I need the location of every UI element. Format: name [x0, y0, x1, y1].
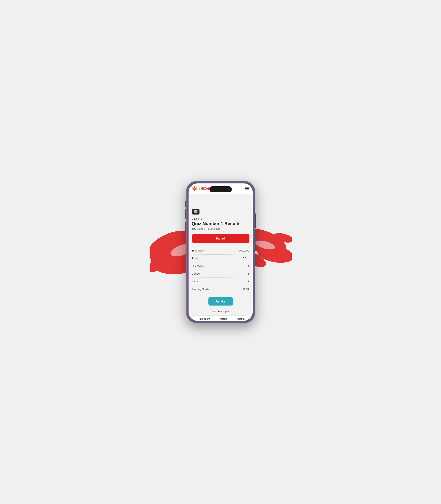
dynamic-island [209, 186, 232, 192]
col-results: Results [231, 315, 249, 320]
hamburger-bar [245, 188, 250, 189]
bar [194, 210, 197, 211]
hamburger-bar [245, 189, 250, 190]
chapter-label: Chapter 1 [192, 217, 250, 220]
phone-frame: 🍁 citizentest [186, 181, 255, 323]
stat-row-questions: Questions 14 [192, 262, 250, 270]
stat-row-wrong: Wrong 8 [192, 278, 250, 286]
col-time-spent: Time spent [192, 315, 216, 320]
scene: 🍁 citizentest [160, 173, 282, 331]
stat-row-point: Point 6 / 14 [192, 254, 250, 262]
maple-leaf-icon: 🍁 [192, 186, 197, 191]
stat-label-correct: Correct [192, 272, 201, 275]
mute-button [185, 201, 186, 207]
stat-value-point: 6 / 14 [243, 257, 250, 260]
stat-label-passing: Passing Grade [192, 288, 209, 291]
stat-value-wrong: 8 [248, 280, 249, 283]
stat-value-time: 00:01:00 [239, 249, 250, 252]
status-badge: Failed [192, 234, 250, 243]
attempts-header-row: Time spent Marks Results [192, 315, 249, 320]
quiz-subtitle: The Oath & Introduction [192, 227, 250, 230]
header-menu-button[interactable] [245, 187, 250, 190]
attempts-table: Time spent Marks Results 00:01:00 6 / 14… [192, 315, 250, 321]
stat-value-correct: 6 [248, 272, 249, 275]
col-marks: Marks [216, 315, 231, 320]
stats-table: Time Spent 00:01:00 Point 6 / 14 Questio… [192, 247, 250, 293]
stat-row-passing: Passing Grade 100% [192, 286, 250, 293]
stat-row-correct: Correct 6 [192, 270, 250, 278]
last-attempts-title: Last Attempts [192, 310, 250, 313]
power-button [255, 214, 256, 228]
main-content: Chapter 1 Quiz Number 1 Results The Oath… [189, 206, 253, 321]
quiz-title: Quiz Number 1 Results [192, 221, 250, 226]
volume-up-button [185, 209, 186, 218]
volume-down-button [185, 222, 186, 231]
hamburger-bar [245, 187, 250, 187]
phone-screen: 🍁 citizentest [189, 184, 253, 321]
stat-value-passing: 100% [242, 288, 249, 291]
stat-label-time: Time Spent [192, 249, 205, 252]
screen-content: Chapter 1 Quiz Number 1 Results The Oath… [189, 206, 253, 321]
stat-label-point: Point [192, 257, 198, 260]
menu-button[interactable] [192, 209, 200, 215]
stat-label-wrong: Wrong [192, 280, 200, 283]
bar [194, 213, 197, 213]
stat-value-questions: 14 [246, 265, 249, 268]
retake-button[interactable]: Retake [208, 297, 233, 305]
stat-label-questions: Questions [192, 265, 204, 268]
bar [194, 211, 197, 212]
stat-row-time: Time Spent 00:01:00 [192, 247, 250, 254]
camera-dot [228, 188, 230, 190]
